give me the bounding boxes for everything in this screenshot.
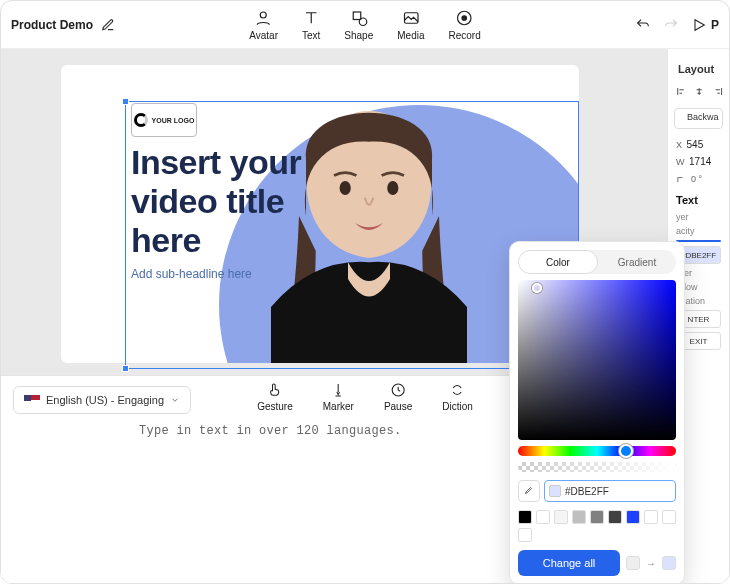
swatch-row (518, 510, 676, 542)
logo-ring-icon (134, 113, 148, 127)
tool-marker[interactable]: Marker (323, 382, 354, 412)
swatch-empty3[interactable] (518, 528, 532, 542)
pencil-icon[interactable] (101, 18, 115, 32)
tool-text-label: Text (302, 30, 320, 41)
w-value[interactable]: 1714 (689, 156, 711, 167)
saturation-value-area[interactable] (518, 280, 676, 440)
change-to-swatch (662, 556, 676, 570)
media-icon (402, 9, 420, 27)
arrow-right-icon: → (646, 558, 656, 569)
project-title: Product Demo (11, 18, 93, 32)
pause-label: Pause (384, 401, 412, 412)
hue-cursor[interactable] (619, 444, 633, 458)
tab-color[interactable]: Color (518, 250, 598, 274)
avatar-icon (255, 9, 273, 27)
eyedropper-button[interactable] (518, 480, 540, 502)
backward-button[interactable]: Backwa (674, 108, 723, 129)
tool-shape-label: Shape (344, 30, 373, 41)
layout-section-title: Layout (678, 63, 723, 75)
svg-point-2 (359, 18, 367, 26)
script-tools: Gesture Marker Pause Diction (257, 382, 473, 412)
selection-handle-bl[interactable] (122, 365, 129, 372)
layer-label: yer (676, 212, 721, 222)
workspace: YOUR LOGO Insert your video title here A… (1, 49, 729, 583)
hue-slider[interactable] (518, 446, 676, 456)
swatch-empty2[interactable] (662, 510, 676, 524)
alpha-slider[interactable] (518, 462, 676, 472)
tool-text[interactable]: Text (302, 9, 320, 41)
hex-swatch-icon (549, 485, 561, 497)
logo-placeholder[interactable]: YOUR LOGO (131, 103, 197, 137)
color-picker-popover: Color Gradient #DBE2FF (509, 241, 685, 584)
swatch-blue[interactable] (626, 510, 640, 524)
change-all-button[interactable]: Change all (518, 550, 620, 576)
logo-text: YOUR LOGO (152, 117, 195, 124)
svg-point-0 (261, 12, 267, 18)
align-tools (674, 85, 723, 98)
script-input[interactable]: Type in text in over 120 languages. (139, 424, 402, 438)
swatch-black[interactable] (518, 510, 532, 524)
x-label: X (676, 140, 682, 150)
tab-gradient[interactable]: Gradient (598, 250, 676, 274)
text-section-title: Text (676, 194, 721, 206)
svg-marker-6 (695, 19, 704, 30)
rotation-icon (676, 173, 687, 184)
chevron-down-icon (170, 395, 180, 405)
tool-avatar-label: Avatar (249, 30, 278, 41)
play-button[interactable]: P (691, 17, 719, 33)
fill-hex-value: #DBE2FF (681, 251, 716, 260)
swatch-empty1[interactable] (644, 510, 658, 524)
pause-icon (390, 382, 406, 398)
swatch-grey1[interactable] (554, 510, 568, 524)
tool-shape[interactable]: Shape (344, 9, 373, 41)
svg-point-8 (340, 181, 351, 195)
tool-gesture[interactable]: Gesture (257, 382, 293, 412)
tool-pause[interactable]: Pause (384, 382, 412, 412)
opacity-slider[interactable] (676, 240, 721, 242)
rotation-value[interactable]: 0 ° (691, 174, 702, 184)
tool-media-label: Media (397, 30, 424, 41)
text-icon (302, 9, 320, 27)
topbar-right: P (635, 17, 719, 33)
gesture-icon (267, 382, 283, 398)
gesture-label: Gesture (257, 401, 293, 412)
tool-media[interactable]: Media (397, 9, 424, 41)
svg-point-9 (387, 181, 398, 195)
toolbar: Avatar Text Shape Media Record (249, 9, 481, 41)
redo-icon[interactable] (663, 17, 679, 33)
topbar: Product Demo Avatar Text Shape Media Rec… (1, 1, 729, 49)
project-title-wrap[interactable]: Product Demo (11, 18, 115, 32)
tool-avatar[interactable]: Avatar (249, 9, 278, 41)
hex-input[interactable]: #DBE2FF (544, 480, 676, 502)
shape-icon (350, 9, 368, 27)
swatch-white[interactable] (536, 510, 550, 524)
color-tabs: Color Gradient (518, 250, 676, 274)
swatch-grey4[interactable] (608, 510, 622, 524)
enter-label: NTER (688, 315, 710, 324)
tool-diction[interactable]: Diction (442, 382, 473, 412)
align-center-icon[interactable] (694, 85, 704, 98)
align-left-icon[interactable] (676, 85, 686, 98)
swatch-grey2[interactable] (572, 510, 586, 524)
diction-label: Diction (442, 401, 473, 412)
sv-cursor[interactable] (532, 283, 542, 293)
play-icon (691, 17, 707, 33)
w-label: W (676, 157, 685, 167)
diction-icon (450, 382, 466, 398)
x-value[interactable]: 545 (687, 139, 704, 150)
language-selector[interactable]: English (US) - Engaging (13, 386, 191, 414)
slide-title[interactable]: Insert your video title here (131, 143, 331, 260)
exit-label: EXIT (690, 337, 708, 346)
tool-record[interactable]: Record (449, 9, 481, 41)
flag-us-icon (24, 395, 40, 406)
language-label: English (US) - Engaging (46, 394, 164, 406)
align-right-icon[interactable] (713, 85, 723, 98)
marker-label: Marker (323, 401, 354, 412)
eyedropper-icon (523, 485, 535, 497)
swatch-grey3[interactable] (590, 510, 604, 524)
canvas-slide[interactable]: YOUR LOGO Insert your video title here A… (61, 65, 579, 363)
slide-subtitle[interactable]: Add sub-headline here (131, 267, 252, 281)
play-label: P (711, 18, 719, 32)
undo-icon[interactable] (635, 17, 651, 33)
record-icon (456, 9, 474, 27)
